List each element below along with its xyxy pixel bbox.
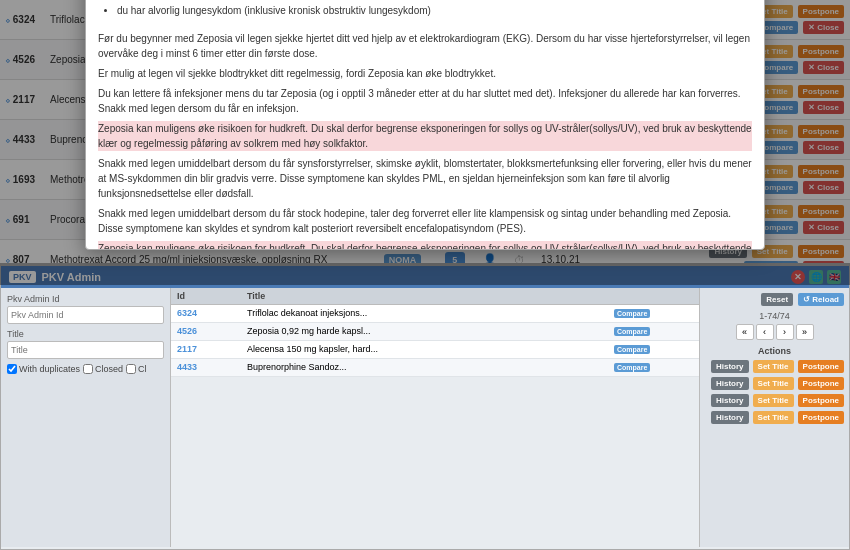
col-id: Id	[177, 291, 247, 301]
pkv-left-panel: Pkv Admin Id Title With duplicates Close…	[1, 288, 171, 547]
filter-cl-label: Cl	[138, 364, 147, 374]
modal-bullet-item: du har diabetes (som kan gi problemer me…	[117, 0, 752, 1]
pkv-title-input[interactable]	[7, 341, 164, 359]
prev-page-button[interactable]: ‹	[756, 324, 774, 340]
pkv-row-actions: Compare	[613, 308, 693, 319]
pkv-row: 6324 Triflolac dekanoat injeksjons... Co…	[171, 305, 699, 323]
right-settitle-button[interactable]: Set Title	[753, 394, 794, 407]
modal-paragraph2: Er mulig at legen vil sjekke blodtrykket…	[98, 66, 752, 81]
pkv-row: 4526 Zeposia 0,92 mg harde kapsl... Comp…	[171, 323, 699, 341]
col-title: Title	[247, 291, 613, 301]
right-postpone-button[interactable]: Postpone	[798, 360, 844, 373]
compare-modal: Compare of «6164ebfa27b6ac0289b60d4a» Ze…	[85, 0, 765, 250]
right-postpone-button[interactable]: Postpone	[798, 394, 844, 407]
pkv-compare-button[interactable]: Compare	[614, 345, 650, 354]
filter-closed: Closed	[83, 364, 123, 374]
pkv-panel: PKV PKV Admin ✕ 🌐 🇬🇧 Pkv Admin Id Title …	[0, 265, 850, 550]
right-settitle-button[interactable]: Set Title	[753, 411, 794, 424]
filter-duplicates-checkbox[interactable]	[7, 364, 17, 374]
pkv-right-top: Reset ↺ Reload	[704, 292, 845, 307]
pkv-title-label: Title	[7, 329, 164, 339]
right-postpone-button[interactable]: Postpone	[798, 377, 844, 390]
modal-content: i du har en infeksjondu har hatt noen av…	[86, 0, 764, 249]
pkv-row-id: 6324	[177, 308, 247, 319]
pkv-id-label: Pkv Admin Id	[7, 294, 164, 304]
filter-cl: Cl	[126, 364, 147, 374]
pkv-body: Pkv Admin Id Title With duplicates Close…	[1, 288, 849, 547]
actions-label: Actions	[704, 346, 845, 356]
modal-bullet-item: du har alvorlig lungesykdom (inklusive k…	[117, 3, 752, 18]
last-page-button[interactable]: »	[796, 324, 814, 340]
pkv-row-title: Alecensa 150 mg kapsler, hard...	[247, 344, 613, 355]
reload-button[interactable]: ↺ Reload	[798, 293, 844, 306]
filter-closed-label: Closed	[95, 364, 123, 374]
modal-highlight3: Snakk med legen umiddelbart dersom du få…	[98, 206, 752, 236]
modal-highlight4: Zeposia kan muligens øke risikoen for hu…	[98, 241, 752, 249]
pkv-row-title: Zeposia 0,92 mg harde kapsl...	[247, 326, 613, 337]
pkv-row-actions: Compare	[613, 326, 693, 337]
pkv-row-actions: Compare	[613, 362, 693, 373]
right-history-button[interactable]: History	[711, 394, 749, 407]
col-actions-header	[613, 291, 693, 301]
pkv-id-input[interactable]	[7, 306, 164, 324]
pkv-row-actions: Compare	[613, 344, 693, 355]
pkv-action-row: History Set Title Postpone	[704, 359, 845, 374]
pkv-table-rows: 6324 Triflolac dekanoat injeksjons... Co…	[171, 305, 699, 542]
pkv-action-row: History Set Title Postpone	[704, 393, 845, 408]
pkv-right-actions: History Set Title Postpone History Set T…	[704, 359, 845, 425]
pkv-action-row: History Set Title Postpone	[704, 376, 845, 391]
right-history-button[interactable]: History	[711, 377, 749, 390]
pkv-action-row: History Set Title Postpone	[704, 410, 845, 425]
modal-highlight1: Zeposia kan muligens øke risikoen for hu…	[98, 121, 752, 151]
pkv-compare-button[interactable]: Compare	[614, 327, 650, 336]
filter-duplicates-label: With duplicates	[19, 364, 80, 374]
pkv-row-title: Triflolac dekanoat injeksjons...	[247, 308, 613, 319]
right-postpone-button[interactable]: Postpone	[798, 411, 844, 424]
first-page-button[interactable]: «	[736, 324, 754, 340]
right-history-button[interactable]: History	[711, 360, 749, 373]
pkv-row: 4433 Buprenorphine Sandoz... Compare	[171, 359, 699, 377]
right-settitle-button[interactable]: Set Title	[753, 360, 794, 373]
pkv-right-panel: Reset ↺ Reload 1-74/74 « ‹ › » Actions H…	[699, 288, 849, 547]
pagination-controls: « ‹ › »	[704, 324, 845, 340]
pkv-main-panel: Id Title 6324 Triflolac dekanoat injeksj…	[171, 288, 699, 547]
filter-cl-checkbox[interactable]	[126, 364, 136, 374]
bottom-area: PKV PKV Admin ✕ 🌐 🇬🇧 Pkv Admin Id Title …	[0, 265, 850, 550]
modal-bullet-list: du har en infeksjondu har hatt noen av e…	[117, 0, 752, 20]
modal-overlay[interactable]: Compare of «6164ebfa27b6ac0289b60d4a» Ze…	[0, 0, 850, 285]
right-settitle-button[interactable]: Set Title	[753, 377, 794, 390]
pkv-table-header: Id Title	[171, 288, 699, 305]
pkv-row-id: 4433	[177, 362, 247, 373]
filter-closed-checkbox[interactable]	[83, 364, 93, 374]
next-page-button[interactable]: ›	[776, 324, 794, 340]
pkv-row-id: 4526	[177, 326, 247, 337]
filter-with-duplicates: With duplicates	[7, 364, 80, 374]
modal-paragraph3: Du kan lettere få infeksjoner mens du ta…	[98, 86, 752, 116]
pkv-row-title: Buprenorphine Sandoz...	[247, 362, 613, 373]
pkv-compare-button[interactable]: Compare	[614, 363, 650, 372]
pkv-filters: With duplicates Closed Cl	[7, 364, 164, 374]
modal-paragraph1: Før du begynner med Zeposia vil legen sj…	[98, 31, 752, 61]
pkv-row-id: 2117	[177, 344, 247, 355]
pkv-row: 2117 Alecensa 150 mg kapsler, hard... Co…	[171, 341, 699, 359]
reset-button[interactable]: Reset	[761, 293, 793, 306]
pagination-info: 1-74/74	[704, 311, 845, 321]
modal-highlight2: Snakk med legen umiddelbart dersom du få…	[98, 156, 752, 201]
right-history-button[interactable]: History	[711, 411, 749, 424]
pkv-compare-button[interactable]: Compare	[614, 309, 650, 318]
